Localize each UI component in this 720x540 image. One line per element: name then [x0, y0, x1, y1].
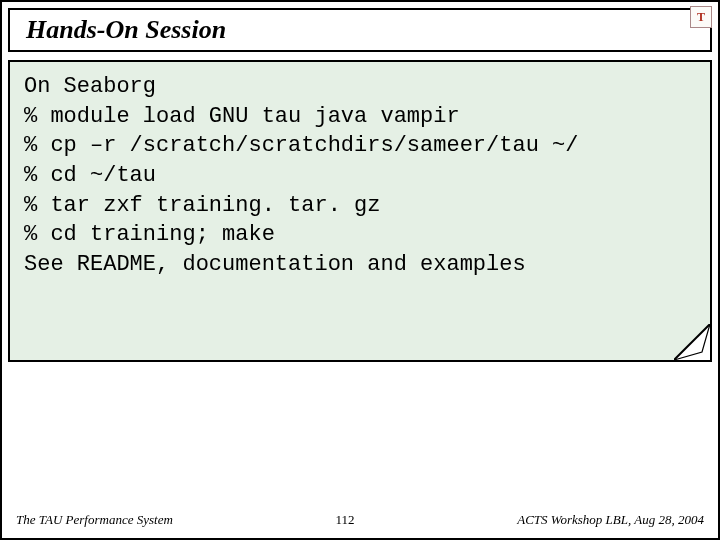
code-line: On Seaborg [24, 74, 156, 99]
code-line: % module load GNU tau java vampir [24, 104, 460, 129]
footer-right: ACTS Workshop LBL, Aug 28, 2004 [517, 512, 704, 528]
code-line: % tar zxf training. tar. gz [24, 193, 380, 218]
footer: The TAU Performance System 112 ACTS Work… [16, 512, 704, 528]
footer-left: The TAU Performance System [16, 512, 173, 528]
code-line: % cd ~/tau [24, 163, 156, 188]
code-line: % cp –r /scratch/scratchdirs/sameer/tau … [24, 133, 579, 158]
code-panel: On Seaborg % module load GNU tau java va… [8, 60, 712, 362]
slide-title: Hands-On Session [26, 15, 226, 45]
page-fold-corner [674, 324, 710, 360]
title-bar: Hands-On Session [8, 8, 712, 52]
logo-badge: T [690, 6, 712, 28]
slide: Hands-On Session T On Seaborg % module l… [0, 0, 720, 540]
code-block: On Seaborg % module load GNU tau java va… [24, 72, 696, 280]
logo-letter: T [697, 10, 705, 25]
code-line: See README, documentation and examples [24, 252, 526, 277]
code-line: % cd training; make [24, 222, 275, 247]
page-number: 112 [336, 512, 355, 528]
